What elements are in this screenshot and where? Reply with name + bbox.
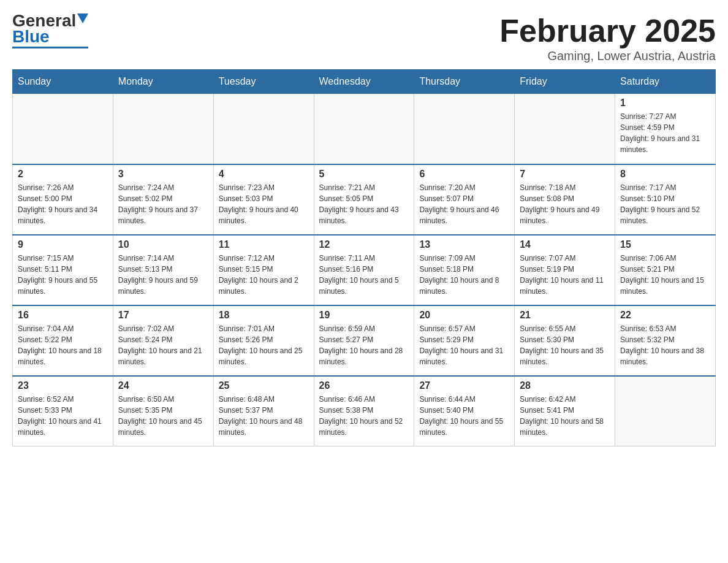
day-number: 5 [319, 169, 409, 180]
day-number: 2 [18, 169, 108, 180]
day-number: 6 [419, 169, 509, 180]
calendar-cell: 6Sunrise: 7:20 AMSunset: 5:07 PMDaylight… [414, 164, 515, 235]
day-info: Sunrise: 6:42 AMSunset: 5:41 PMDaylight:… [520, 394, 610, 438]
day-info: Sunrise: 6:57 AMSunset: 5:29 PMDaylight:… [419, 323, 509, 367]
day-number: 10 [118, 239, 208, 250]
calendar-cell: 17Sunrise: 7:02 AMSunset: 5:24 PMDayligh… [113, 305, 213, 376]
calendar-cell: 25Sunrise: 6:48 AMSunset: 5:37 PMDayligh… [213, 376, 314, 446]
svg-marker-0 [77, 13, 88, 23]
calendar-cell: 8Sunrise: 7:17 AMSunset: 5:10 PMDaylight… [615, 164, 716, 235]
calendar-cell [414, 94, 515, 164]
logo: General Blue [12, 12, 88, 48]
page-subtitle: Gaming, Lower Austria, Austria [499, 49, 716, 63]
day-info: Sunrise: 7:27 AMSunset: 4:59 PMDaylight:… [620, 111, 710, 155]
calendar-cell: 20Sunrise: 6:57 AMSunset: 5:29 PMDayligh… [414, 305, 515, 376]
day-info: Sunrise: 7:02 AMSunset: 5:24 PMDaylight:… [118, 323, 208, 367]
day-info: Sunrise: 7:14 AMSunset: 5:13 PMDaylight:… [118, 253, 208, 297]
calendar-cell: 15Sunrise: 7:06 AMSunset: 5:21 PMDayligh… [615, 235, 716, 305]
day-number: 16 [18, 310, 108, 321]
calendar-cell [113, 94, 213, 164]
day-info: Sunrise: 6:52 AMSunset: 5:33 PMDaylight:… [18, 394, 108, 438]
page-title: February 2025 [499, 12, 716, 49]
calendar-cell: 27Sunrise: 6:44 AMSunset: 5:40 PMDayligh… [414, 376, 515, 446]
calendar-cell [615, 376, 716, 446]
day-number: 25 [219, 380, 309, 391]
day-info: Sunrise: 7:18 AMSunset: 5:08 PMDaylight:… [520, 182, 610, 226]
day-info: Sunrise: 7:06 AMSunset: 5:21 PMDaylight:… [620, 253, 710, 297]
calendar-week-row: 1Sunrise: 7:27 AMSunset: 4:59 PMDaylight… [13, 94, 716, 164]
day-info: Sunrise: 7:01 AMSunset: 5:26 PMDaylight:… [219, 323, 309, 367]
day-number: 22 [620, 310, 710, 321]
calendar-cell: 13Sunrise: 7:09 AMSunset: 5:18 PMDayligh… [414, 235, 515, 305]
calendar-cell [515, 94, 615, 164]
calendar-cell: 19Sunrise: 6:59 AMSunset: 5:27 PMDayligh… [314, 305, 414, 376]
logo-underline [12, 47, 88, 48]
day-number: 23 [18, 380, 108, 391]
col-header-monday: Monday [113, 70, 213, 94]
calendar-cell: 14Sunrise: 7:07 AMSunset: 5:19 PMDayligh… [515, 235, 615, 305]
day-number: 19 [319, 310, 409, 321]
col-header-tuesday: Tuesday [213, 70, 314, 94]
day-info: Sunrise: 7:26 AMSunset: 5:00 PMDaylight:… [18, 182, 108, 226]
col-header-sunday: Sunday [13, 70, 113, 94]
day-number: 9 [18, 239, 108, 250]
calendar-cell: 7Sunrise: 7:18 AMSunset: 5:08 PMDaylight… [515, 164, 615, 235]
calendar-week-row: 9Sunrise: 7:15 AMSunset: 5:11 PMDaylight… [13, 235, 716, 305]
day-number: 7 [520, 169, 610, 180]
day-number: 26 [319, 380, 409, 391]
calendar-cell: 9Sunrise: 7:15 AMSunset: 5:11 PMDaylight… [13, 235, 113, 305]
day-number: 17 [118, 310, 208, 321]
day-number: 3 [118, 169, 208, 180]
day-info: Sunrise: 7:09 AMSunset: 5:18 PMDaylight:… [419, 253, 509, 297]
col-header-friday: Friday [515, 70, 615, 94]
day-info: Sunrise: 6:46 AMSunset: 5:38 PMDaylight:… [319, 394, 409, 438]
day-info: Sunrise: 7:12 AMSunset: 5:15 PMDaylight:… [219, 253, 309, 297]
day-info: Sunrise: 7:17 AMSunset: 5:10 PMDaylight:… [620, 182, 710, 226]
day-number: 11 [219, 239, 309, 250]
day-number: 4 [219, 169, 309, 180]
day-number: 21 [520, 310, 610, 321]
day-number: 12 [319, 239, 409, 250]
calendar-cell: 12Sunrise: 7:11 AMSunset: 5:16 PMDayligh… [314, 235, 414, 305]
logo-text-blue: Blue [12, 28, 50, 45]
day-info: Sunrise: 7:07 AMSunset: 5:19 PMDaylight:… [520, 253, 610, 297]
calendar-cell: 1Sunrise: 7:27 AMSunset: 4:59 PMDaylight… [615, 94, 716, 164]
day-info: Sunrise: 6:55 AMSunset: 5:30 PMDaylight:… [520, 323, 610, 367]
calendar-cell: 18Sunrise: 7:01 AMSunset: 5:26 PMDayligh… [213, 305, 314, 376]
calendar-week-row: 23Sunrise: 6:52 AMSunset: 5:33 PMDayligh… [13, 376, 716, 446]
calendar-cell [213, 94, 314, 164]
calendar-cell: 22Sunrise: 6:53 AMSunset: 5:32 PMDayligh… [615, 305, 716, 376]
calendar-cell: 5Sunrise: 7:21 AMSunset: 5:05 PMDaylight… [314, 164, 414, 235]
day-info: Sunrise: 7:15 AMSunset: 5:11 PMDaylight:… [18, 253, 108, 297]
day-info: Sunrise: 7:11 AMSunset: 5:16 PMDaylight:… [319, 253, 409, 297]
page-header: General Blue February 2025 Gaming, Lower… [12, 12, 716, 63]
calendar-cell: 4Sunrise: 7:23 AMSunset: 5:03 PMDaylight… [213, 164, 314, 235]
day-number: 24 [118, 380, 208, 391]
day-info: Sunrise: 7:21 AMSunset: 5:05 PMDaylight:… [319, 182, 409, 226]
calendar-cell: 21Sunrise: 6:55 AMSunset: 5:30 PMDayligh… [515, 305, 615, 376]
day-number: 20 [419, 310, 509, 321]
day-number: 15 [620, 239, 710, 250]
title-section: February 2025 Gaming, Lower Austria, Aus… [499, 12, 716, 63]
calendar-cell [314, 94, 414, 164]
day-info: Sunrise: 6:53 AMSunset: 5:32 PMDaylight:… [620, 323, 710, 367]
day-number: 1 [620, 98, 710, 109]
col-header-thursday: Thursday [414, 70, 515, 94]
day-number: 13 [419, 239, 509, 250]
calendar-week-row: 2Sunrise: 7:26 AMSunset: 5:00 PMDaylight… [13, 164, 716, 235]
day-info: Sunrise: 7:04 AMSunset: 5:22 PMDaylight:… [18, 323, 108, 367]
day-info: Sunrise: 7:23 AMSunset: 5:03 PMDaylight:… [219, 182, 309, 226]
calendar-cell: 2Sunrise: 7:26 AMSunset: 5:00 PMDaylight… [13, 164, 113, 235]
col-header-saturday: Saturday [615, 70, 716, 94]
calendar-cell [13, 94, 113, 164]
logo-triangle-icon [77, 13, 88, 23]
calendar-cell: 28Sunrise: 6:42 AMSunset: 5:41 PMDayligh… [515, 376, 615, 446]
calendar-cell: 26Sunrise: 6:46 AMSunset: 5:38 PMDayligh… [314, 376, 414, 446]
day-info: Sunrise: 6:59 AMSunset: 5:27 PMDaylight:… [319, 323, 409, 367]
calendar-cell: 16Sunrise: 7:04 AMSunset: 5:22 PMDayligh… [13, 305, 113, 376]
day-info: Sunrise: 6:48 AMSunset: 5:37 PMDaylight:… [219, 394, 309, 438]
day-number: 28 [520, 380, 610, 391]
day-info: Sunrise: 7:24 AMSunset: 5:02 PMDaylight:… [118, 182, 208, 226]
day-number: 18 [219, 310, 309, 321]
calendar-week-row: 16Sunrise: 7:04 AMSunset: 5:22 PMDayligh… [13, 305, 716, 376]
